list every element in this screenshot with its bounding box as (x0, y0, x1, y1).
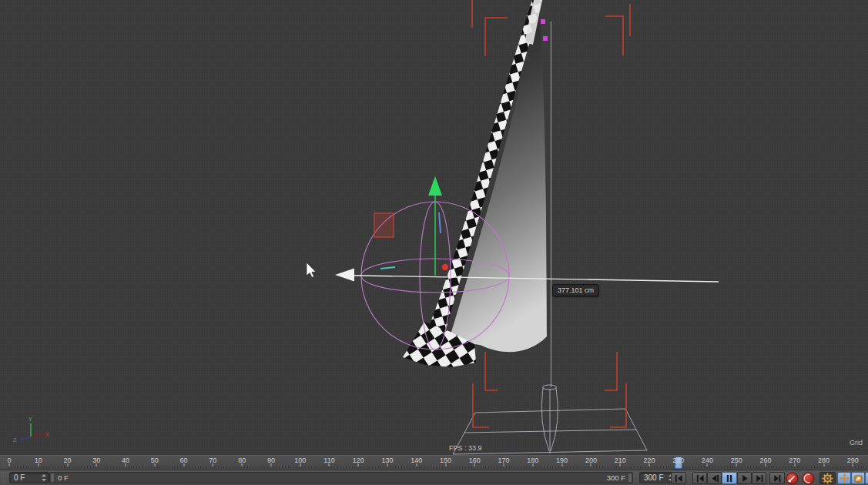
record-rotation-toggle[interactable] (865, 472, 868, 484)
base-cone-side (551, 388, 558, 451)
frame-tick (96, 463, 97, 467)
frame-tick (561, 463, 562, 467)
range-end-value: 300 F (644, 473, 664, 482)
frame-tick (329, 463, 330, 467)
keying-settings-button[interactable] (819, 472, 836, 484)
fps-label: FPS : 33.9 (449, 444, 482, 452)
record-active-objects-button[interactable] (784, 472, 799, 484)
next-frame-icon (755, 474, 764, 483)
current-frame-value: 0 F (14, 473, 25, 482)
frame-tick (154, 463, 155, 467)
frame-tick (387, 463, 388, 467)
cinema4d-window: Y X Z 377.101 cm FPS : 33.9 Grid 0102030… (0, 0, 868, 485)
pause-icon (725, 474, 734, 483)
viewport[interactable]: Y X Z 377.101 cm FPS : 33.9 Grid (0, 0, 868, 455)
go-to-end-button[interactable] (769, 472, 785, 484)
record-position-toggle[interactable] (837, 472, 851, 484)
flag-back-surface (444, 2, 547, 355)
record-active-objects-icon (786, 472, 799, 485)
toolbar-grip-handle[interactable] (0, 472, 8, 483)
record-scale-icon (853, 473, 863, 483)
go-to-start-button[interactable] (671, 472, 686, 484)
go-to-end-icon (772, 474, 782, 483)
z-axis-handle[interactable] (439, 212, 441, 233)
selected-vertex-points[interactable] (541, 19, 548, 41)
autokeying-button[interactable] (800, 472, 816, 484)
frame-tick (620, 463, 621, 467)
previous-frame-icon (710, 474, 719, 483)
base-wireframe[interactable] (453, 385, 647, 454)
axis-y-label: Y (28, 416, 32, 423)
axis-x-label: X (45, 431, 49, 438)
frame-tick (474, 463, 475, 467)
frame-tick (823, 463, 824, 467)
current-frame-input[interactable]: 0 F (9, 472, 49, 483)
base-cone-side (541, 388, 549, 451)
animation-toolbar: 0 F 0 F 300 F 300 F (0, 470, 868, 485)
measurement-tooltip: 377.101 cm (552, 284, 599, 296)
previous-key-icon (695, 474, 705, 483)
axis-z-label: Z (13, 436, 17, 443)
next-frame-button[interactable] (752, 472, 766, 484)
preview-range-slider[interactable]: 0 F 300 F (49, 472, 633, 483)
checkered-flag-object[interactable] (403, 0, 547, 367)
frame-tick (67, 463, 68, 467)
play-forward-button[interactable] (737, 472, 752, 484)
range-start-label: 0 F (58, 473, 69, 483)
previous-key-button[interactable] (692, 472, 707, 484)
range-start-handle[interactable] (51, 473, 54, 482)
frame-tick (794, 463, 795, 467)
frame-tick (678, 463, 679, 467)
frame-tick (126, 463, 126, 467)
record-scale-toggle[interactable] (851, 472, 865, 484)
frame-tick (707, 463, 708, 467)
record-position-icon (840, 473, 850, 483)
axis-indicator: Y X Z (13, 416, 49, 443)
frame-tick (183, 463, 184, 467)
frame-tick (9, 463, 10, 467)
frame-tick (416, 463, 417, 467)
frame-tick (242, 463, 243, 467)
frame-tick (300, 463, 300, 467)
gizmo-center-point[interactable] (442, 264, 448, 270)
frame-tick (648, 463, 649, 467)
go-to-start-icon (674, 474, 683, 483)
frame-ruler[interactable]: 0102030405060708090100110120130140150160… (0, 455, 868, 470)
range-end-handle[interactable] (628, 473, 632, 482)
frame-tick (504, 463, 504, 467)
autokeying-icon (802, 472, 815, 485)
frame-tick (213, 463, 213, 467)
play-forward-icon (740, 474, 749, 483)
frame-tick (38, 463, 39, 467)
scene-canvas: Y X Z (0, 0, 868, 455)
grid-label: Grid (850, 439, 863, 447)
keying-settings-icon (822, 473, 833, 484)
frame-tick (766, 463, 766, 467)
pause-button[interactable] (722, 472, 737, 484)
frame-tick-strip (8, 467, 868, 468)
xy-plane-handle[interactable] (374, 213, 395, 269)
frame-spinner[interactable] (41, 473, 47, 482)
frame-tick (445, 463, 446, 467)
range-end-label: 300 F (607, 473, 625, 483)
frame-tick (736, 463, 737, 467)
frame-tick (270, 463, 271, 467)
frame-tick (591, 463, 592, 467)
mouse-cursor (307, 263, 316, 278)
frame-tick (358, 463, 359, 467)
frame-tick (853, 463, 853, 467)
previous-frame-button[interactable] (707, 472, 722, 484)
frame-tick (532, 463, 533, 467)
